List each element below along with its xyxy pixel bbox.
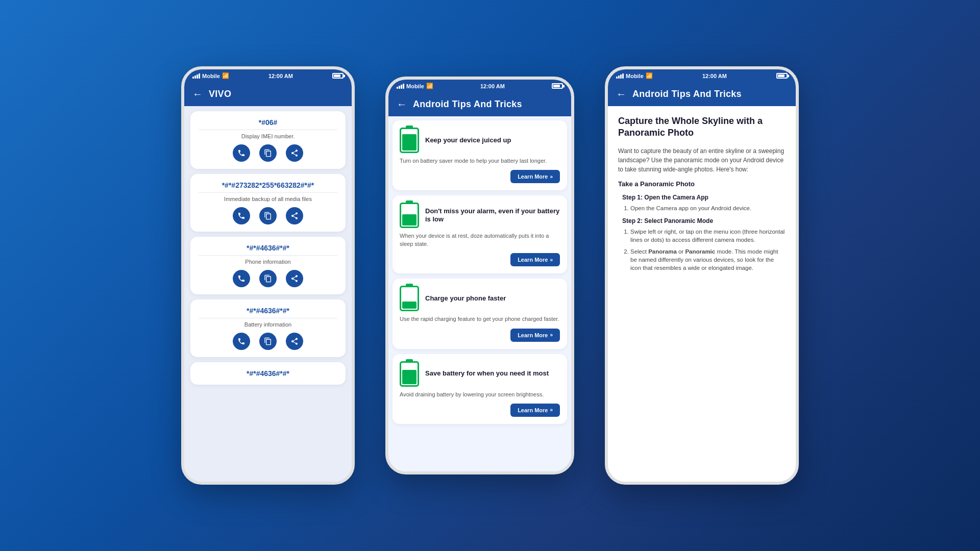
phone-left: Mobile 📶 12:00 AM ← VIVO *#06# Display I…: [181, 66, 355, 485]
status-right: [332, 73, 344, 79]
share-button-2[interactable]: [286, 207, 303, 224]
battery-visual-1: [400, 128, 419, 153]
tips-content: Keep your device juiced up Turn on batte…: [388, 116, 571, 474]
code-actions-4: [199, 333, 337, 350]
signal-icon-center: [397, 84, 404, 89]
status-bar-left: Mobile 📶 12:00 AM: [184, 69, 352, 82]
wifi-icon-right: 📶: [646, 72, 653, 79]
chevron-icon-4: »: [550, 407, 553, 413]
call-button-3[interactable]: [233, 270, 250, 287]
carrier-label-right: Mobile: [626, 73, 644, 79]
vivo-content: *#06# Display IMEI number. *#*#273282*25…: [184, 106, 352, 485]
carrier-label-center: Mobile: [406, 83, 424, 89]
copy-button-2[interactable]: [259, 207, 277, 224]
code-actions-3: [199, 270, 337, 287]
signal-icon-right: [616, 73, 624, 79]
article-title: Capture the Whole Skyline with a Panoram…: [618, 115, 786, 139]
battery-visual-2: [400, 203, 419, 228]
status-bar-center: Mobile 📶 12:00 AM: [388, 80, 571, 92]
back-button-left[interactable]: ←: [192, 88, 203, 100]
tip-card-top-1: Keep your device juiced up: [400, 128, 560, 153]
learn-more-btn-2[interactable]: Learn More »: [510, 253, 560, 266]
back-button-right[interactable]: ←: [616, 88, 626, 100]
tip-title-2: Don't miss your alarm, even if your batt…: [425, 207, 560, 224]
status-left-center: Mobile 📶: [397, 83, 433, 89]
tip-title-4: Save battery for when you need it most: [425, 369, 549, 378]
status-left-right: Mobile 📶: [616, 72, 653, 79]
time-label-right: 12:00 AM: [702, 73, 727, 79]
code-actions-2: [199, 207, 337, 224]
code-actions-1: [199, 144, 337, 162]
call-button-4[interactable]: [233, 333, 250, 350]
tip-card-4: Save battery for when you need it most A…: [393, 354, 567, 424]
chevron-icon-1: »: [550, 174, 553, 180]
article-intro: Want to capture the beauty of an entire …: [618, 146, 786, 174]
article-list-item-2-1: Swipe left or right, or tap on the menu …: [630, 228, 786, 244]
code-desc-3: Phone information: [199, 259, 337, 265]
page-title-center: Android Tips And Tricks: [413, 99, 522, 110]
copy-button-4[interactable]: [259, 333, 277, 350]
article-step-title-1: Step 1: Open the Camera App: [622, 193, 786, 202]
article-step-list-1: Open the Camera app on your Android devi…: [618, 204, 786, 212]
status-right-right: [776, 73, 788, 79]
page-title-left: VIVO: [209, 89, 231, 99]
tip-card-3: Charge your phone faster Use the rapid c…: [393, 279, 567, 348]
tip-card-top-3: Charge your phone faster: [400, 286, 560, 311]
call-button-1[interactable]: [233, 144, 250, 162]
status-bar-right: Mobile 📶 12:00 AM: [608, 69, 796, 82]
code-card-4: *#*#4636#*#* Battery information: [190, 299, 346, 357]
article-step-list-2: Swipe left or right, or tap on the menu …: [618, 228, 786, 271]
battery-icon-right: [776, 73, 788, 79]
code-text-1: *#06#: [199, 118, 337, 127]
tip-desc-3: Use the rapid charging feature to get yo…: [400, 315, 560, 323]
tip-desc-1: Turn on battery saver mode to help your …: [400, 157, 560, 165]
code-card-1: *#06# Display IMEI number.: [190, 111, 346, 169]
battery-icon: [332, 73, 344, 79]
tip-card-top-4: Save battery for when you need it most: [400, 361, 560, 387]
header-right: ← Android Tips And Tricks: [608, 82, 796, 106]
tip-title-3: Charge your phone faster: [425, 294, 506, 303]
time-label-center: 12:00 AM: [480, 83, 505, 89]
article-section-title: Take a Panoramic Photo: [618, 179, 786, 189]
battery-icon-center: [552, 83, 563, 89]
code-text-3: *#*#4636#*#*: [199, 244, 337, 252]
signal-icon: [192, 73, 200, 79]
phone-center: Mobile 📶 12:00 AM ← Android Tips And Tri…: [385, 77, 574, 474]
learn-more-btn-3[interactable]: Learn More »: [510, 329, 560, 342]
header-left: ← VIVO: [184, 82, 352, 106]
share-button-1[interactable]: [286, 144, 303, 162]
battery-visual-4: [400, 361, 419, 387]
article-list-item-2-2: Select Panorama or Panoramic mode. This …: [630, 247, 786, 272]
chevron-icon-2: »: [550, 257, 553, 263]
wifi-icon-center: 📶: [426, 83, 433, 89]
code-text-5: *#*#4636#*#*: [199, 369, 337, 378]
learn-more-btn-1[interactable]: Learn More »: [510, 170, 560, 183]
code-desc-1: Display IMEI number.: [199, 133, 337, 139]
chevron-icon-3: »: [550, 332, 553, 338]
wifi-icon: 📶: [222, 72, 229, 79]
carrier-label: Mobile: [202, 73, 220, 79]
battery-visual-3: [400, 286, 419, 311]
copy-button-1[interactable]: [259, 144, 277, 162]
learn-more-btn-4[interactable]: Learn More »: [510, 404, 560, 417]
share-button-4[interactable]: [286, 333, 303, 350]
page-title-right: Android Tips And Tricks: [632, 89, 742, 99]
tip-desc-4: Avoid draining battery by lowering your …: [400, 391, 560, 398]
code-text-2: *#*#273282*255*663282#*#*: [199, 181, 337, 189]
tip-card-2: Don't miss your alarm, even if your batt…: [393, 195, 567, 273]
article-body: Want to capture the beauty of an entire …: [618, 146, 786, 272]
status-right-center: [552, 83, 563, 89]
back-button-center[interactable]: ←: [397, 98, 407, 110]
code-desc-2: Immediate backup of all media files: [199, 196, 337, 202]
tip-card-1: Keep your device juiced up Turn on batte…: [393, 120, 567, 190]
copy-button-3[interactable]: [259, 270, 277, 287]
header-center: ← Android Tips And Tricks: [388, 92, 571, 116]
code-desc-4: Battery information: [199, 321, 337, 328]
call-button-2[interactable]: [233, 207, 250, 224]
share-button-3[interactable]: [286, 270, 303, 287]
code-card-5: *#*#4636#*#*: [190, 362, 346, 385]
article-step-title-2: Step 2: Select Panoramic Mode: [622, 216, 786, 226]
code-card-2: *#*#273282*255*663282#*#* Immediate back…: [190, 174, 346, 232]
tip-title-1: Keep your device juiced up: [425, 136, 511, 145]
code-card-3: *#*#4636#*#* Phone information: [190, 237, 346, 294]
